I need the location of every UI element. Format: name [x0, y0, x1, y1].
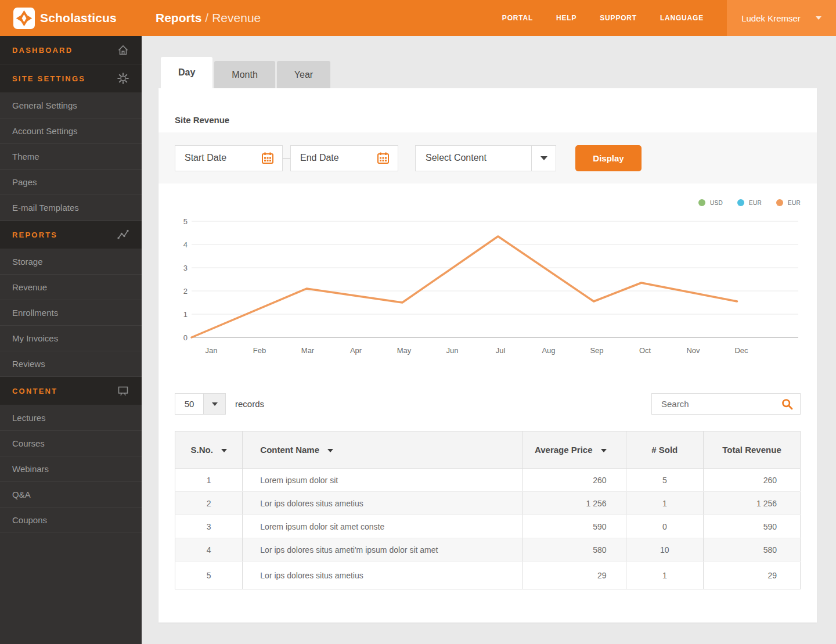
sidebar-item-label: SITE SETTINGS	[12, 74, 85, 83]
sidebar-item-content[interactable]: CONTENT	[0, 377, 142, 405]
sidebar-item-q-a[interactable]: Q&A	[0, 482, 142, 508]
sidebar-item-pages[interactable]: Pages	[0, 170, 142, 195]
calendar-icon	[377, 152, 390, 164]
svg-text:Oct: Oct	[639, 346, 651, 355]
cell-average-price: 260	[522, 469, 626, 492]
filter-strip: Start Date End Date	[158, 132, 817, 184]
sidebar-item-label: Lectures	[12, 413, 46, 423]
svg-text:1: 1	[183, 310, 188, 319]
tab-year[interactable]: Year	[277, 61, 330, 88]
svg-text:Feb: Feb	[253, 346, 266, 355]
sidebar-item-label: DASHBOARD	[12, 46, 73, 55]
legend-item-usd-0[interactable]: USD	[698, 199, 723, 206]
svg-text:Aug: Aug	[542, 346, 555, 355]
top-nav-link-help[interactable]: HELP	[556, 14, 576, 22]
sidebar-item-label: REPORTS	[12, 231, 57, 239]
cell-content-name: Lorem ipsum dolor sit amet conste	[243, 515, 522, 538]
legend-label: EUR	[788, 200, 801, 206]
top-nav-link-portal[interactable]: PORTAL	[502, 14, 533, 22]
sidebar-item-label: CONTENT	[12, 387, 57, 395]
presentation-icon	[117, 384, 129, 397]
legend-dot-icon	[776, 199, 783, 206]
table-row[interactable]: 3Lorem ipsum dolor sit amet conste590059…	[175, 515, 801, 538]
legend-item-eur-1[interactable]: EUR	[737, 199, 762, 206]
svg-text:Jan: Jan	[206, 346, 218, 355]
brand-name: Scholasticus	[40, 11, 117, 25]
cell-sno: 3	[175, 515, 243, 538]
revenue-panel: Site Revenue Start Date End Date	[158, 88, 817, 623]
user-name: Ludek Kremser	[741, 13, 801, 23]
legend-item-eur-2[interactable]: EUR	[776, 199, 801, 206]
legend-dot-icon	[737, 199, 744, 206]
chart-legend: USDEUREUR	[175, 199, 801, 206]
start-date-input[interactable]: Start Date	[175, 145, 283, 171]
column-header-label: Content Name	[260, 445, 319, 455]
column-header-label: S.No.	[190, 445, 212, 455]
chevron-down-icon	[540, 156, 547, 160]
sidebar-item-site-settings[interactable]: SITE SETTINGS	[0, 64, 142, 93]
column-header-total-revenue[interactable]: Total Revenue	[704, 431, 801, 469]
sidebar: Scholasticus DASHBOARDSITE SETTINGSGener…	[0, 0, 142, 644]
sidebar-item-label: General Settings	[12, 100, 77, 110]
cell-sold: 0	[626, 515, 704, 538]
user-menu[interactable]: Ludek Kremser	[727, 0, 836, 36]
sidebar-item-theme[interactable]: Theme	[0, 144, 142, 170]
column-header-label: Average Price	[535, 445, 593, 455]
tab-month[interactable]: Month	[214, 61, 275, 88]
cell-content-name: Lor ips dolores situs ameti'm ipsum dolo…	[243, 538, 522, 562]
table-row[interactable]: 5Lor ips dolores situs ametius29129	[175, 562, 801, 589]
breadcrumb-page: Revenue	[212, 11, 261, 24]
cell-total-revenue: 29	[704, 562, 801, 589]
legend-dot-icon	[698, 199, 705, 206]
sidebar-item-reviews[interactable]: Reviews	[0, 351, 142, 377]
sidebar-item-label: Account Settings	[12, 126, 78, 136]
sidebar-item-my-invoices[interactable]: My Invoices	[0, 326, 142, 351]
column-header--sold[interactable]: # Sold	[626, 431, 704, 469]
table-row[interactable]: 4Lor ips dolores situs ameti'm ipsum dol…	[175, 538, 801, 562]
column-header-average-price[interactable]: Average Price	[522, 431, 626, 469]
legend-label: USD	[710, 200, 723, 206]
column-header-s-no-[interactable]: S.No.	[175, 431, 243, 469]
top-nav-link-language[interactable]: LANGUAGE	[660, 14, 704, 22]
top-nav-link-support[interactable]: SUPPORT	[600, 14, 637, 22]
cell-average-price: 1 256	[522, 492, 626, 515]
start-date-label: Start Date	[185, 153, 226, 163]
sidebar-item-dashboard[interactable]: DASHBOARD	[0, 36, 142, 64]
display-button[interactable]: Display	[575, 145, 642, 171]
breadcrumb: Reports/Revenue	[156, 11, 261, 25]
end-date-input[interactable]: End Date	[290, 145, 398, 171]
sidebar-item-general-settings[interactable]: General Settings	[0, 93, 142, 118]
sidebar-item-courses[interactable]: Courses	[0, 431, 142, 456]
sidebar-item-label: Theme	[12, 152, 39, 161]
sidebar-nav: DASHBOARDSITE SETTINGSGeneral SettingsAc…	[0, 36, 142, 533]
column-header-content-name[interactable]: Content Name	[243, 431, 522, 469]
column-header-label: # Sold	[651, 445, 678, 455]
sidebar-item-storage[interactable]: Storage	[0, 249, 142, 275]
cell-total-revenue: 260	[704, 469, 801, 492]
sidebar-item-revenue[interactable]: Revenue	[0, 275, 142, 300]
search-icon[interactable]	[781, 398, 793, 410]
svg-text:Mar: Mar	[301, 346, 315, 355]
cell-sold: 5	[626, 469, 704, 492]
chevron-down-icon	[816, 16, 821, 20]
sidebar-item-reports[interactable]: REPORTS	[0, 221, 142, 249]
logo[interactable]: Scholasticus	[0, 0, 142, 36]
sidebar-item-enrollments[interactable]: Enrollments	[0, 300, 142, 326]
table-row[interactable]: 2Lor ips dolores situs ametius1 25611 25…	[175, 492, 801, 515]
svg-text:Dec: Dec	[734, 346, 748, 355]
select-content-dropdown[interactable]: Select Content	[415, 145, 556, 171]
search-input[interactable]	[661, 399, 781, 409]
sidebar-item-e-mail-templates[interactable]: E-mail Templates	[0, 195, 142, 221]
records-per-page-select[interactable]: 50	[175, 393, 226, 415]
sidebar-item-account-settings[interactable]: Account Settings	[0, 118, 142, 144]
sidebar-item-label: Revenue	[12, 282, 47, 292]
tab-day[interactable]: Day	[161, 57, 212, 88]
sidebar-item-lectures[interactable]: Lectures	[0, 405, 142, 431]
sidebar-item-coupons[interactable]: Coupons	[0, 508, 142, 533]
svg-text:Jul: Jul	[496, 346, 506, 355]
table-row[interactable]: 1Lorem ipsum dolor sit2605260	[175, 469, 801, 492]
sidebar-item-webinars[interactable]: Webinars	[0, 456, 142, 482]
sidebar-item-label: Q&A	[12, 490, 31, 499]
table-header-row: S.No.Content NameAverage Price# SoldTota…	[175, 431, 801, 469]
svg-text:Jun: Jun	[446, 346, 459, 355]
